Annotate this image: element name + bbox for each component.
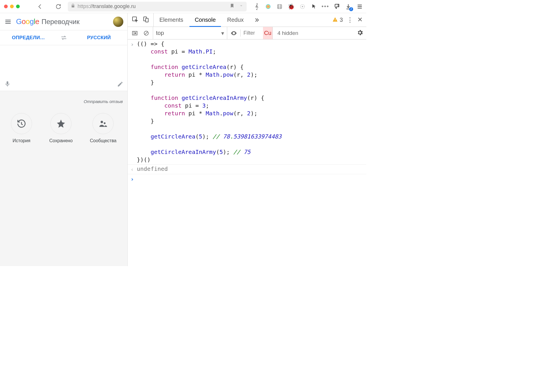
community-label: Сообщества — [90, 138, 116, 143]
minimize-window[interactable] — [10, 5, 14, 8]
devtools-close-icon[interactable] — [357, 17, 363, 23]
output-marker-icon — [130, 165, 137, 173]
avatar[interactable] — [113, 17, 123, 27]
chevron-down-icon: ▾ — [221, 30, 224, 37]
ext-target-icon[interactable] — [299, 3, 306, 10]
downloads-badge: 2 — [349, 7, 353, 11]
devtools-tabstrip: Elements Console Redux 3 ⋮ — [128, 13, 366, 27]
ext-bug-icon[interactable]: 🐞 — [287, 3, 295, 10]
target-language-button[interactable]: РУССКИЙ — [71, 35, 128, 41]
tab-elements[interactable]: Elements — [154, 13, 189, 27]
warning-icon — [332, 17, 338, 23]
ext-music-icon[interactable]: 𝄞 — [253, 3, 260, 10]
device-toggle-icon[interactable] — [143, 16, 149, 24]
thumbs-down-icon[interactable] — [333, 3, 341, 10]
console-output[interactable]: (() => { const pi = Math.PI; function ge… — [128, 39, 366, 266]
address-bar[interactable]: https://translate.google.ru — [68, 2, 247, 11]
translate-header: Google Переводчик — [0, 13, 127, 30]
console-filter-input[interactable] — [242, 29, 261, 37]
feedback-link[interactable]: Отправить отзыв — [0, 96, 127, 111]
svg-point-3 — [302, 6, 303, 7]
input-marker-icon — [130, 40, 137, 164]
shortcut-row: История Сохранено Сообщества — [0, 111, 127, 143]
console-return-value: undefined — [137, 165, 366, 173]
console-toolbar: top ▾ Cu 4 hidden — [128, 27, 366, 39]
svg-point-0 — [266, 4, 271, 9]
addr-dropdown-icon[interactable] — [239, 3, 244, 10]
inspect-icon[interactable] — [132, 16, 139, 24]
tabs-overflow-icon[interactable] — [250, 13, 264, 27]
saved-shortcut[interactable]: Сохранено — [49, 113, 73, 143]
console-input-code: (() => { const pi = Math.PI; function ge… — [137, 40, 366, 164]
bookmark-icon[interactable] — [230, 3, 235, 10]
browser-toolbar: https://translate.google.ru 𝄞 🐞 ••• 2 — [0, 0, 366, 13]
history-label: История — [13, 138, 30, 143]
svg-rect-8 — [146, 18, 148, 22]
star-icon — [50, 113, 72, 134]
warnings-count: 3 — [340, 17, 343, 23]
browser-menu-icon[interactable] — [356, 3, 363, 10]
ext-cursor-icon[interactable] — [310, 3, 318, 10]
devtools-pane: Elements Console Redux 3 ⋮ — [128, 13, 366, 266]
source-language-button[interactable]: ОПРЕДЕЛИ… — [0, 35, 57, 41]
community-shortcut[interactable]: Сообщества — [90, 113, 116, 143]
product-name: Переводчик — [41, 18, 80, 26]
devtools-kebab-icon[interactable]: ⋮ — [347, 16, 353, 24]
pencil-icon[interactable] — [117, 81, 123, 88]
downloads-icon[interactable]: 2 — [345, 3, 352, 10]
hidden-count[interactable]: 4 hidden — [274, 30, 301, 36]
google-wordmark: Google — [16, 17, 39, 26]
community-icon — [92, 113, 114, 134]
window-controls — [4, 5, 20, 8]
warnings-indicator[interactable]: 3 — [332, 17, 343, 23]
ext-grid-icon[interactable] — [276, 3, 283, 10]
console-settings-icon[interactable] — [357, 29, 366, 37]
execution-context-selector[interactable]: top ▾ — [153, 27, 227, 39]
back-button[interactable] — [35, 2, 45, 11]
reload-button[interactable] — [54, 2, 63, 11]
svg-point-5 — [104, 122, 106, 124]
close-window[interactable] — [4, 5, 8, 8]
ext-overflow-icon[interactable]: ••• — [322, 3, 329, 10]
console-sidebar-toggle-icon[interactable] — [130, 28, 140, 38]
console-prompt[interactable] — [137, 175, 366, 183]
clear-console-icon[interactable] — [141, 28, 151, 38]
tab-console[interactable]: Console — [189, 13, 221, 27]
history-icon — [11, 113, 32, 134]
maximize-window[interactable] — [16, 5, 20, 8]
translate-input-area[interactable] — [0, 45, 127, 91]
svg-rect-1 — [278, 4, 282, 9]
google-logo: Google Переводчик — [16, 17, 80, 26]
live-expression-icon[interactable] — [229, 28, 239, 38]
context-label: top — [156, 30, 164, 36]
language-row: ОПРЕДЕЛИ… РУССКИЙ — [0, 30, 127, 45]
url-text: https://translate.google.ru — [78, 3, 227, 9]
ext-color-icon[interactable] — [264, 3, 272, 10]
saved-label: Сохранено — [49, 138, 73, 143]
svg-point-4 — [101, 121, 103, 123]
tab-redux[interactable]: Redux — [221, 13, 250, 27]
history-shortcut[interactable]: История — [11, 113, 32, 143]
lock-icon — [71, 3, 75, 9]
translate-pane: Google Переводчик ОПРЕДЕЛИ… РУССКИЙ Отпр… — [0, 13, 128, 266]
custom-levels-badge[interactable]: Cu — [263, 27, 273, 39]
extension-icons: 𝄞 🐞 ••• 2 — [253, 3, 363, 10]
swap-languages-button[interactable] — [57, 34, 71, 41]
mic-icon[interactable] — [4, 80, 11, 88]
prompt-marker-icon — [130, 175, 137, 183]
menu-icon[interactable] — [4, 18, 12, 26]
